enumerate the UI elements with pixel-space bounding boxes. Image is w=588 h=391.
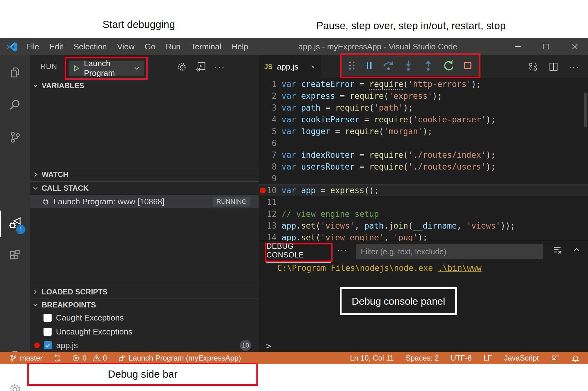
language-mode-status[interactable]: JavaScript (504, 354, 539, 362)
breakpoint-gutter[interactable] (259, 161, 267, 173)
breakpoint-caught-exceptions[interactable]: Caught Exceptions (30, 311, 272, 324)
breakpoint-gutter[interactable] (259, 125, 267, 137)
menu-file[interactable]: File (26, 42, 39, 52)
editor-scrollbar[interactable] (584, 93, 587, 127)
sync-changes-button[interactable] (53, 354, 61, 362)
close-window-button[interactable] (566, 38, 584, 55)
cursor-position-status[interactable]: Ln 10, Col 11 (350, 354, 394, 362)
close-tab-icon[interactable] (311, 63, 315, 70)
tab-bar: JS app.js (259, 55, 588, 78)
breakpoint-gutter[interactable] (259, 149, 267, 161)
problems-status[interactable]: 0 0 (72, 354, 107, 362)
breakpoint-gutter[interactable] (259, 78, 267, 90)
menu-go[interactable]: Go (145, 42, 156, 52)
split-editor-icon[interactable] (548, 61, 559, 72)
line-number: 13 (267, 220, 277, 232)
clear-console-icon[interactable] (552, 245, 563, 255)
breakpoint-gutter[interactable] (259, 232, 267, 241)
section-loaded-scripts[interactable]: LOADED SCRIPTS (30, 286, 259, 298)
source-control-icon[interactable] (0, 122, 30, 152)
tab-appjs[interactable]: JS app.js (259, 55, 321, 78)
breakpoint-uncaught-exceptions[interactable]: Uncaught Exceptions (30, 325, 272, 338)
maximize-panel-chevron-icon[interactable] (572, 245, 581, 255)
start-debug-play-icon[interactable] (73, 65, 80, 72)
call-stack-session-row[interactable]: Launch Program: www [10868] RUNNING (30, 195, 259, 208)
extensions-icon[interactable] (0, 241, 30, 271)
editor-more-actions-icon[interactable]: ··· (569, 62, 579, 72)
minimize-button[interactable] (508, 38, 527, 55)
console-filter-input[interactable] (356, 244, 543, 259)
tab-label: app.js (277, 62, 298, 72)
checkbox-unchecked[interactable] (44, 328, 52, 336)
settings-gear-icon[interactable] (0, 375, 30, 391)
breakpoint-gutter[interactable] (259, 184, 267, 196)
search-icon[interactable] (0, 90, 30, 120)
eol-status[interactable]: LF (484, 354, 492, 362)
warnings-icon (92, 354, 100, 362)
menu-view[interactable]: View (117, 42, 135, 52)
console-output-line: C:\Program Files\nodejs\node.exe .\bin\w… (277, 263, 481, 273)
restart-icon[interactable] (442, 59, 455, 72)
section-divider (30, 181, 259, 182)
run-and-debug-icon[interactable]: 1 (0, 209, 30, 239)
console-output-link[interactable]: .\bin\www (438, 263, 482, 273)
step-out-icon[interactable] (422, 59, 434, 72)
sync-icon (53, 354, 61, 362)
breakpoint-dot[interactable] (260, 188, 266, 193)
debug-console-toggle-icon[interactable] (195, 61, 206, 72)
tab-debug-console[interactable]: DEBUG CONSOLE (266, 242, 331, 263)
section-variables[interactable]: VARIABLES (30, 80, 259, 91)
maximize-button[interactable] (536, 38, 555, 55)
menu-help[interactable]: Help (232, 42, 248, 52)
menu-run[interactable]: Run (166, 42, 181, 52)
notifications-bell-icon[interactable] (571, 354, 580, 362)
step-over-icon[interactable] (382, 59, 395, 72)
checkbox-unchecked[interactable] (44, 314, 52, 322)
chevron-down-icon (32, 83, 39, 89)
breakpoint-gutter[interactable] (259, 208, 267, 220)
chevron-right-icon (32, 171, 39, 178)
breakpoint-gutter[interactable] (259, 114, 267, 125)
indentation-status[interactable]: Spaces: 2 (406, 354, 439, 362)
feedback-smiley-icon[interactable] (551, 354, 559, 362)
launch-config-dropdown[interactable]: Launch Program (69, 61, 144, 76)
encoding-status[interactable]: UTF-8 (451, 354, 472, 362)
explorer-icon[interactable] (0, 58, 30, 88)
code-area[interactable]: 1var createError = require('http-errors'… (259, 78, 588, 241)
menu-selection[interactable]: Selection (74, 42, 107, 52)
code-text: app.set('views', path.join(__dirname, 'v… (277, 220, 515, 232)
view-more-actions-icon[interactable]: ··· (214, 62, 225, 72)
chevron-down-icon (32, 185, 39, 191)
breakpoint-gutter[interactable] (259, 173, 267, 184)
errors-icon (72, 354, 80, 362)
git-branch-status[interactable]: master (9, 354, 43, 362)
section-watch[interactable]: WATCH (30, 169, 259, 180)
step-into-icon[interactable] (402, 59, 415, 72)
title-bar: File Edit Selection View Go Run Terminal… (0, 38, 588, 55)
menu-edit[interactable]: Edit (49, 42, 63, 52)
launch-config-highlight-box: Launch Program (65, 57, 148, 80)
toolbar-drag-grip[interactable] (347, 60, 356, 71)
section-divider (30, 298, 259, 298)
breakpoint-appjs-row[interactable]: app.js 10 (30, 339, 259, 352)
section-call-stack[interactable]: CALL STACK (30, 183, 259, 194)
open-changes-icon[interactable] (528, 61, 538, 72)
configure-gear-icon[interactable] (177, 61, 187, 72)
breakpoint-gutter[interactable] (259, 102, 267, 114)
menu-terminal[interactable]: Terminal (191, 42, 221, 52)
checkbox-checked[interactable] (44, 341, 52, 349)
console-input-prompt[interactable]: > (266, 341, 271, 351)
breakpoint-dot (34, 343, 40, 348)
status-bar: master 0 0 (0, 352, 588, 364)
breakpoint-gutter[interactable] (259, 196, 267, 208)
run-view-title: RUN (40, 62, 57, 71)
stop-icon[interactable] (462, 60, 473, 71)
code-text: var indexRouter = require('./routes/inde… (277, 149, 496, 161)
pause-icon[interactable] (364, 60, 374, 71)
section-breakpoints[interactable]: BREAKPOINTS (30, 299, 259, 311)
panel-more-actions-icon[interactable]: ··· (337, 245, 347, 255)
breakpoint-gutter[interactable] (259, 90, 267, 102)
debug-session-status[interactable]: Launch Program (myExpressApp) (117, 354, 241, 362)
breakpoint-gutter[interactable] (259, 220, 267, 232)
breakpoint-gutter[interactable] (259, 137, 267, 149)
